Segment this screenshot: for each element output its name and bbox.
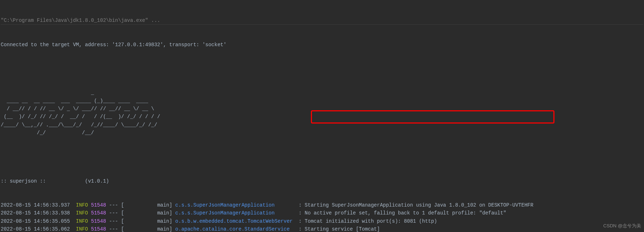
- log-logger: o.s.b.w.embedded.tomcat.TomcatWebServer: [175, 217, 295, 225]
- log-level: INFO: [76, 225, 88, 232]
- log-separator: --- [: [106, 225, 157, 232]
- log-level: INFO: [76, 217, 88, 225]
- log-thread: main: [157, 217, 169, 225]
- java-exe-path: "C:\Program Files\Java\jdk1.8.0_102\bin\…: [1, 16, 643, 25]
- log-pid: 51548: [91, 217, 106, 225]
- log-message: Starting service [Tomcat]: [305, 225, 380, 232]
- log-line: 2022-08-15 14:56:33.938 INFO 51548 --- […: [1, 209, 643, 217]
- log-pid: 51548: [91, 201, 106, 209]
- log-level: INFO: [76, 209, 88, 217]
- log-thread: main: [157, 225, 169, 232]
- log-timestamp: 2022-08-15 14:56:35.055: [1, 217, 70, 225]
- log-timestamp: 2022-08-15 14:56:33.937: [1, 201, 70, 209]
- log-separator: --- [: [106, 209, 157, 217]
- vm-connection-line: Connected to the target VM, address: '12…: [1, 41, 643, 49]
- log-pid: 51548: [91, 209, 106, 217]
- log-line: 2022-08-15 14:56:33.937 INFO 51548 --- […: [1, 201, 643, 209]
- log-message: Starting SuperJsonManagerApplication usi…: [305, 201, 534, 209]
- log-message: Tomcat initialized with port(s): 8081 (h…: [305, 217, 437, 225]
- log-logger: c.s.s.SuperJsonManagerApplication: [175, 209, 295, 217]
- log-line: 2022-08-15 14:56:35.062 INFO 51548 --- […: [1, 225, 643, 232]
- log-thread: main: [157, 209, 169, 217]
- log-timestamp: 2022-08-15 14:56:35.062: [1, 225, 70, 232]
- log-pid: 51548: [91, 225, 106, 232]
- log-thread: main: [157, 201, 169, 209]
- log-message: No active profile set, falling back to 1…: [305, 209, 506, 217]
- log-line: 2022-08-15 14:56:35.055 INFO 51548 --- […: [1, 217, 643, 225]
- ascii-banner: _ ____ __ __ ____ ___ _____ (_)____ ____…: [1, 89, 643, 137]
- blank-line: [1, 65, 643, 73]
- blank-line: [1, 153, 643, 161]
- log-logger: c.s.s.SuperJsonManagerApplication: [175, 201, 295, 209]
- log-separator: --- [: [106, 217, 157, 225]
- version-line: :: superjson :: (v1.0.1): [1, 177, 643, 185]
- log-lines-container: 2022-08-15 14:56:33.937 INFO 51548 --- […: [1, 201, 643, 232]
- console-output[interactable]: "C:\Program Files\Java\jdk1.8.0_102\bin\…: [0, 0, 644, 232]
- log-timestamp: 2022-08-15 14:56:33.938: [1, 209, 70, 217]
- log-separator: --- [: [106, 201, 157, 209]
- log-level: INFO: [76, 201, 88, 209]
- log-logger: o.apache.catalina.core.StandardService: [175, 225, 295, 232]
- watermark: CSDN @念兮为美: [603, 222, 641, 230]
